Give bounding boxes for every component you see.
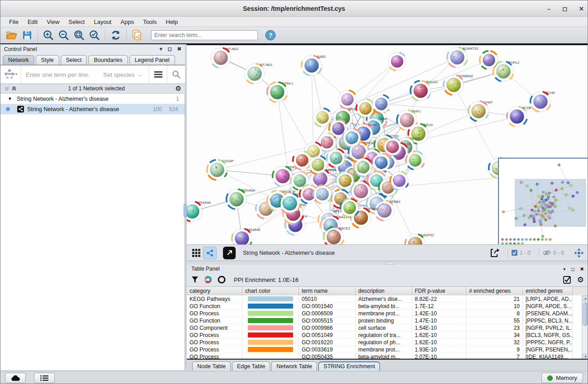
select-columns-icon[interactable] bbox=[563, 276, 571, 284]
scroll-up-icon[interactable]: ▲ bbox=[583, 295, 588, 301]
panel-float-icon[interactable]: ◻ bbox=[168, 46, 172, 52]
table-panel-float-icon[interactable]: ◻ bbox=[571, 267, 574, 272]
column-header[interactable]: category bbox=[187, 287, 242, 295]
table-row[interactable]: GO FunctionGO:0001540beta-amyloid bi...1… bbox=[187, 303, 588, 310]
tab-boundaries[interactable]: Boundaries bbox=[88, 55, 128, 65]
tab-style[interactable]: Style bbox=[36, 55, 59, 65]
panel-close-icon[interactable]: ✖ bbox=[177, 46, 181, 52]
network-node[interactable]: SMUG1 bbox=[411, 80, 438, 101]
network-node[interactable]: CADPS2 bbox=[405, 233, 434, 245]
grid-view-button[interactable] bbox=[190, 247, 203, 259]
table-settings-gear-icon[interactable]: ⚙ bbox=[577, 275, 584, 285]
network-node[interactable]: APBB1 bbox=[375, 200, 401, 221]
column-header[interactable]: description bbox=[356, 287, 412, 295]
cloud-tasks-button[interactable] bbox=[5, 373, 26, 383]
network-node[interactable] bbox=[388, 52, 406, 70]
zoom-in-button[interactable] bbox=[41, 28, 56, 42]
zoom-out-button[interactable] bbox=[56, 28, 71, 42]
menu-view[interactable]: View bbox=[43, 18, 63, 26]
string-query-input[interactable]: Enter one term per line. bbox=[21, 71, 103, 78]
network-node[interactable]: BCHE bbox=[531, 91, 555, 112]
table-row[interactable]: GO ProcessGO:0019220regulation of ph...1… bbox=[187, 339, 588, 346]
tab-network-table[interactable]: Network Table bbox=[271, 361, 317, 371]
network-node[interactable]: PVRL2 bbox=[493, 61, 519, 82]
table-row[interactable]: GO FunctionGO:0005515protein binding1.47… bbox=[187, 317, 588, 324]
network-node[interactable]: CD2AP bbox=[207, 159, 234, 180]
open-session-button[interactable] bbox=[4, 28, 19, 42]
help-button[interactable]: ? bbox=[265, 30, 276, 41]
network-canvas[interactable]: MT-ND2MT-ND1VSNL1GAB2ADAMTS2PVRL2TOMM40S… bbox=[187, 44, 588, 244]
network-node[interactable]: VSNL1 bbox=[267, 81, 293, 103]
network-node[interactable]: MT-ND1 bbox=[245, 63, 272, 84]
column-header[interactable]: chart color bbox=[242, 287, 299, 295]
tab-network[interactable]: Network bbox=[3, 55, 34, 65]
splitter-grip[interactable] bbox=[385, 262, 396, 264]
tab-string-enrichment[interactable]: STRING Enrichment bbox=[318, 361, 380, 371]
tab-select[interactable]: Select bbox=[61, 55, 87, 65]
table-row[interactable]: GO ProcessGO:0006509membrane prot...1.42… bbox=[187, 310, 588, 317]
column-header[interactable]: term name bbox=[299, 287, 356, 295]
tab-edge-table[interactable]: Edge Table bbox=[232, 361, 270, 371]
scroll-thumb[interactable] bbox=[583, 302, 588, 326]
minimize-button[interactable]: – bbox=[547, 5, 550, 12]
close-button[interactable]: ✕ bbox=[579, 5, 584, 12]
splitter-handle[interactable] bbox=[184, 204, 187, 217]
network-node[interactable]: BACE2 bbox=[324, 226, 350, 245]
network-node[interactable]: MS4A4A bbox=[187, 201, 211, 222]
table-row[interactable]: GO ProcessGO:0051049regulation of tra...… bbox=[187, 332, 588, 339]
menu-tools[interactable]: Tools bbox=[139, 18, 161, 26]
network-node[interactable]: ADAMTS2 bbox=[447, 47, 479, 68]
table-scrollbar[interactable]: ▲ ▼ bbox=[582, 295, 588, 360]
menu-layout[interactable]: Layout bbox=[90, 18, 115, 26]
horizontal-splitter[interactable] bbox=[187, 262, 588, 265]
network-node[interactable]: ACHE bbox=[507, 106, 531, 127]
filter-icon[interactable] bbox=[191, 276, 199, 283]
zoom-selected-button[interactable] bbox=[87, 28, 102, 42]
network-row[interactable]: String Network - Alzheimer's disease 100… bbox=[0, 104, 185, 114]
pie-chart-icon[interactable] bbox=[204, 276, 212, 284]
network-node[interactable] bbox=[338, 90, 356, 108]
species-selector[interactable]: Set species → bbox=[103, 71, 149, 78]
table-row[interactable]: GO ProcessGO:0033619membrane prot...1.93… bbox=[187, 346, 588, 353]
search-input[interactable] bbox=[151, 30, 258, 40]
menu-file[interactable]: File bbox=[5, 18, 23, 26]
collapse-expand-icons[interactable] bbox=[4, 86, 18, 91]
network-view-button[interactable] bbox=[203, 247, 217, 259]
network-gear-icon[interactable]: ⚙ bbox=[175, 84, 181, 93]
string-search-button[interactable] bbox=[167, 66, 185, 84]
menu-help[interactable]: Help bbox=[162, 18, 182, 26]
menu-apps[interactable]: Apps bbox=[117, 18, 138, 26]
network-node[interactable]: CHAT bbox=[469, 100, 493, 122]
column-header[interactable]: enriched genes bbox=[523, 287, 573, 295]
network-node[interactable] bbox=[480, 51, 498, 69]
column-header[interactable]: FDR p-value bbox=[412, 287, 466, 295]
network-collection-row[interactable]: ▼ String Network - Alzheimer's disease 1 bbox=[0, 94, 185, 104]
network-node[interactable] bbox=[356, 99, 375, 117]
network-node[interactable]: TOMM40 bbox=[444, 74, 473, 95]
network-node[interactable]: GAB2 bbox=[302, 55, 326, 76]
table-row[interactable]: KEGG Pathways05010Alzheimer's dise...8.8… bbox=[187, 295, 588, 303]
memory-button[interactable]: Memory bbox=[541, 373, 583, 383]
column-header[interactable]: # enriched genes bbox=[466, 287, 523, 295]
export-view-button[interactable] bbox=[487, 247, 503, 259]
network-node[interactable]: MS4A6A bbox=[227, 188, 255, 210]
save-session-button[interactable] bbox=[19, 28, 35, 42]
table-row[interactable]: GO ProcessGO:0050435beta-amyloid m...2.0… bbox=[187, 353, 588, 360]
refresh-button[interactable] bbox=[108, 28, 123, 42]
menu-edit[interactable]: Edit bbox=[24, 18, 42, 26]
string-options-button[interactable] bbox=[149, 66, 167, 84]
tree-expander-icon[interactable]: ▼ bbox=[8, 96, 12, 101]
tab-legend-panel[interactable]: Legend Panel bbox=[129, 55, 175, 65]
string-logo-icon[interactable]: STRING bbox=[0, 66, 21, 84]
task-history-button[interactable] bbox=[34, 373, 55, 383]
network-node[interactable]: MS4A4E bbox=[232, 228, 261, 245]
table-row[interactable]: GO ComponentGO:0009986cell surface1.54E-… bbox=[187, 324, 588, 332]
panel-menu-icon[interactable]: ▾ bbox=[160, 46, 162, 52]
menu-select[interactable]: Select bbox=[64, 18, 89, 26]
zoom-fit-button[interactable] bbox=[71, 28, 87, 42]
full-view-button[interactable] bbox=[223, 247, 236, 259]
birds-eye-navigator[interactable] bbox=[498, 158, 588, 244]
network-node[interactable] bbox=[293, 151, 311, 169]
maximize-button[interactable]: ◻ bbox=[562, 5, 567, 12]
table-panel-close-icon[interactable]: ✖ bbox=[580, 267, 584, 272]
